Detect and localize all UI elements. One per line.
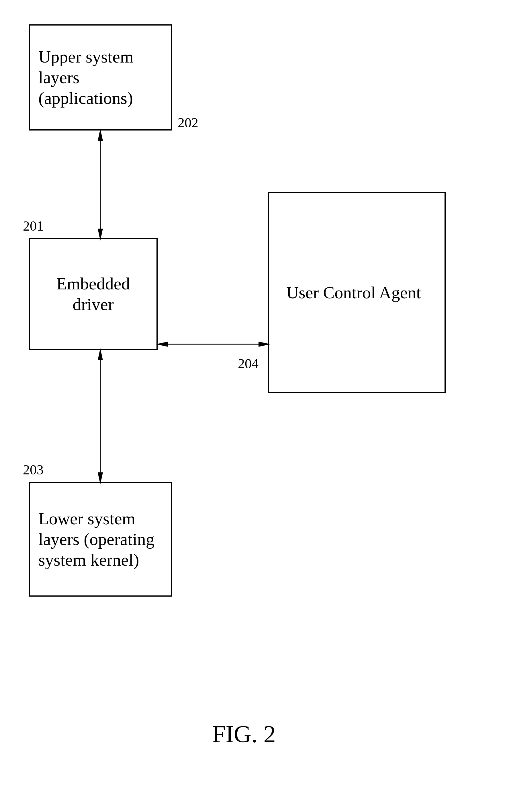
diagram-canvas: Upper system layers (applications) 202 E…: [0, 0, 509, 812]
connector-embedded-agent: [0, 0, 509, 812]
figure-caption: FIG. 2: [212, 720, 276, 748]
